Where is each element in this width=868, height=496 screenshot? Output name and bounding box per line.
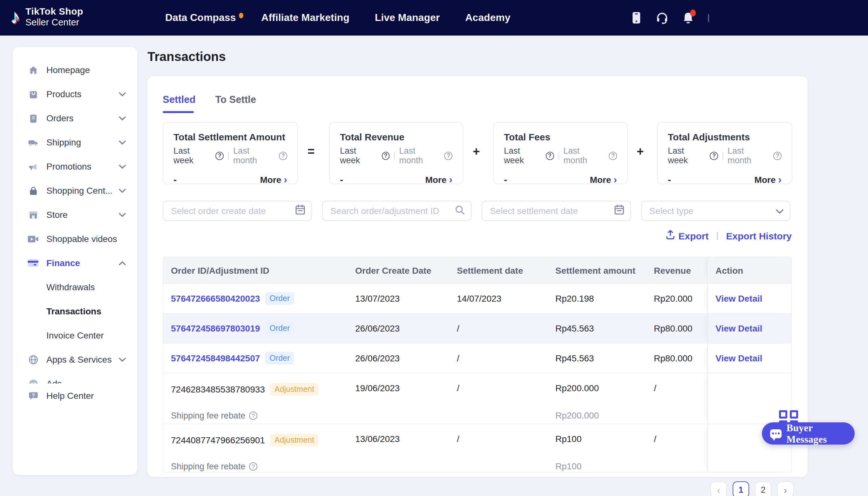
card-title: Total Fees <box>504 131 617 142</box>
order-create-date-input[interactable] <box>171 206 295 216</box>
view-detail-link[interactable]: View Detail <box>716 323 762 334</box>
type-select[interactable] <box>641 201 791 221</box>
sidebar-item-products[interactable]: Products <box>13 82 137 106</box>
chevron-down-icon <box>776 205 783 217</box>
more-link[interactable]: More› <box>590 174 617 185</box>
sidebar-item-shoppable-videos[interactable]: Shoppable videos <box>13 227 137 251</box>
nav-affiliate-marketing[interactable]: Affiliate Marketing <box>261 12 349 24</box>
period-divider <box>722 152 723 160</box>
video-icon <box>27 233 39 245</box>
sidebar-item-store[interactable]: Store <box>13 203 137 227</box>
help-icon[interactable]: ? <box>444 152 453 160</box>
chevron-up-icon <box>119 261 126 265</box>
brand-line2: Seller Center <box>26 17 83 28</box>
period-last-month[interactable]: Last month <box>563 146 605 165</box>
column-header: Settlement date <box>449 257 548 283</box>
summary-cards-row: Total Settlement Amount Last week ? Last… <box>148 122 808 184</box>
tab-to-settle[interactable]: To Settle <box>215 94 256 113</box>
chevron-down-icon <box>119 213 126 217</box>
sidebar-subitem-invoice-center[interactable]: Invoice Center <box>13 323 137 347</box>
sidebar-item-finance[interactable]: Finance <box>13 251 137 275</box>
settle-tabs: Settled To Settle <box>163 94 256 113</box>
settlement-date-filter[interactable] <box>482 201 631 221</box>
buyer-messages-label: Buyer Messages <box>786 422 855 445</box>
support-headset-icon[interactable] <box>656 12 669 24</box>
order-id-link[interactable]: 576472458498442507 <box>171 353 260 363</box>
pagination-page-1[interactable]: 1 <box>733 481 749 496</box>
period-last-month[interactable]: Last month <box>233 146 274 165</box>
period-last-month[interactable]: Last month <box>399 146 440 165</box>
sidebar-subitem-transactions[interactable]: Transactions <box>13 299 137 323</box>
chevron-down-icon <box>119 140 126 144</box>
sidebar-item-shipping[interactable]: Shipping <box>13 130 137 154</box>
order-id-link[interactable]: 576472458697803019 <box>171 323 260 334</box>
help-icon[interactable]: ? <box>774 152 781 160</box>
more-link[interactable]: More› <box>425 174 453 185</box>
order-create-date-filter[interactable] <box>163 201 312 221</box>
sidebar-subitem-withdrawals[interactable]: Withdrawals <box>13 275 137 299</box>
card-value: - <box>173 174 177 185</box>
order-id-link[interactable]: 576472666580420023 <box>171 293 260 304</box>
help-bubble-icon: ? <box>27 390 39 401</box>
sidebar-item-promotions[interactable]: Promotions <box>13 154 137 179</box>
sidebar-item-shopping-center[interactable]: Shopping Cent... <box>13 179 137 203</box>
column-header-action: Action <box>707 257 791 283</box>
export-button[interactable]: Export <box>666 230 709 241</box>
help-icon[interactable]: ? <box>249 462 257 470</box>
sidebar-item-label: Finance <box>46 258 80 268</box>
help-icon[interactable]: ? <box>382 152 390 160</box>
settlement-amount: Rp45.563 <box>548 344 646 373</box>
order-id-search-filter[interactable] <box>322 201 472 221</box>
export-divider <box>717 232 718 240</box>
nav-label: Academy <box>465 12 510 23</box>
period-last-month[interactable]: Last month <box>728 146 769 165</box>
period-last-week[interactable]: Last week <box>668 146 706 165</box>
sidebar-item-label: Promotions <box>46 161 91 171</box>
sidebar-item-apps-services[interactable]: Apps & Services <box>13 347 137 372</box>
settlement-amount: Rp100 <box>555 434 582 444</box>
export-icon <box>666 230 674 241</box>
nav-data-compass[interactable]: Data Compass <box>165 12 236 24</box>
pagination-page-2[interactable]: 2 <box>755 481 772 496</box>
settlement-date: / <box>449 344 548 373</box>
more-link[interactable]: More› <box>754 174 781 185</box>
sidebar-item-homepage[interactable]: Homepage <box>13 58 137 82</box>
nav-live-manager[interactable]: Live Manager <box>375 12 440 24</box>
order-create-date: 13/06/2023 <box>348 424 449 472</box>
settlement-date: / <box>449 314 548 343</box>
card-total-fees: Total Fees Last week ? Last month ? - Mo… <box>493 122 628 184</box>
page-title: Transactions <box>148 49 226 64</box>
help-icon[interactable]: ? <box>546 152 554 160</box>
pagination-prev-button[interactable]: ‹ <box>711 481 727 496</box>
plus-operator: + <box>637 145 644 159</box>
settlement-date-input[interactable] <box>490 206 614 216</box>
storefront-icon <box>27 209 39 220</box>
more-link[interactable]: More› <box>260 174 287 185</box>
view-detail-link[interactable]: View Detail <box>716 293 762 304</box>
help-icon[interactable]: ? <box>249 412 257 420</box>
help-icon[interactable]: ? <box>609 152 617 160</box>
calendar-icon <box>295 204 305 217</box>
type-select-input[interactable] <box>650 206 776 216</box>
help-icon[interactable]: ? <box>216 152 224 160</box>
help-icon[interactable]: ? <box>279 152 287 160</box>
period-last-week[interactable]: Last week <box>340 146 377 165</box>
buyer-messages-button[interactable]: Buyer Messages <box>762 422 855 445</box>
export-history-button[interactable]: Export History <box>726 230 792 241</box>
nav-academy[interactable]: Academy <box>465 12 510 24</box>
column-header: Order ID/Adjustment ID <box>163 257 348 283</box>
order-id-search-input[interactable] <box>331 206 455 216</box>
sidebar-item-help-center[interactable]: ? Help Center <box>13 384 137 408</box>
period-last-week[interactable]: Last week <box>504 146 542 165</box>
view-detail-link[interactable]: View Detail <box>716 353 762 363</box>
help-icon[interactable]: ? <box>710 152 718 160</box>
column-header: Order Create Date <box>348 257 449 283</box>
mobile-app-icon[interactable] <box>630 12 642 24</box>
notification-bell-icon[interactable] <box>682 12 695 24</box>
finance-card-icon <box>27 257 39 269</box>
sidebar-item-orders[interactable]: Orders <box>13 106 137 130</box>
tiktok-shop-seller-center-logo[interactable]: ♪ TikTok Shop Seller Center <box>11 5 83 29</box>
period-last-week[interactable]: Last week <box>173 146 211 165</box>
tab-settled[interactable]: Settled <box>163 94 195 113</box>
pagination-next-button[interactable]: › <box>777 481 794 496</box>
